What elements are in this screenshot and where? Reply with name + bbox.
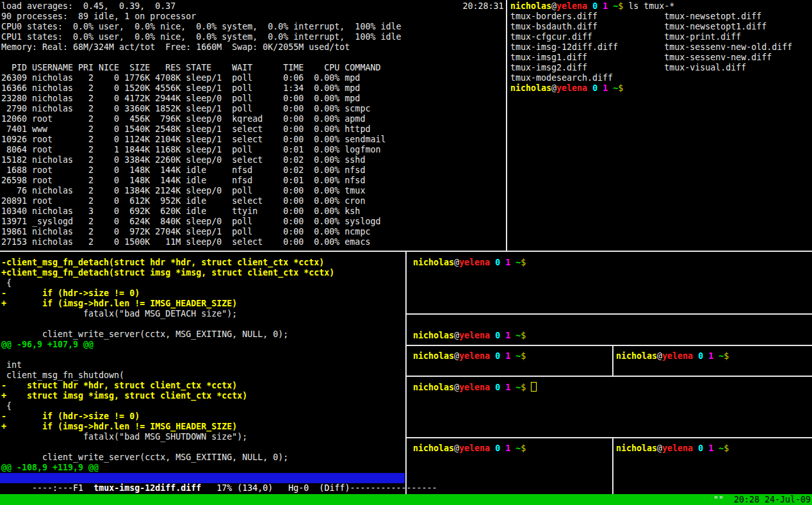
pane-top-process-monitor[interactable]: load averages: 0.45, 0.39, 0.37 20:28:31…	[1, 1, 505, 249]
emacs-diff-line: fatalx("bad MSG_DETACH size");	[1, 309, 405, 319]
emacs-diff-line: - if (hdr->size != 0)	[1, 411, 405, 422]
shell-prompt-line: nicholas@yelena 0 1 ~$ ls tmux-*	[510, 1, 811, 12]
emacs-diff-line: @@ -108,9 +119,9 @@	[1, 463, 405, 473]
emacs-diff-line: int	[1, 360, 405, 370]
shell-prompt-line: nicholas@yelena 0 1 ~$	[407, 382, 812, 393]
emacs-diff-line	[1, 350, 405, 360]
shell-prompt: nicholas@yelena 0 1 ~$	[413, 351, 526, 361]
status-date: 24-Jul-09	[765, 495, 811, 504]
status-pane-title: ""	[713, 495, 724, 504]
shell-prompt: nicholas@yelena 0 1 ~$	[616, 443, 729, 453]
shell-prompt-line: nicholas@yelena 0 1 ~$	[510, 83, 811, 94]
pane-shell-6[interactable]: nicholas@yelena 0 1 ~$	[613, 438, 812, 499]
emacs-buffer: -client_msg_fn_detach(struct hdr *hdr, s…	[0, 258, 405, 473]
shell-prompt: nicholas@yelena 0 1 ~$	[413, 258, 526, 267]
shell-prompt-line: nicholas@yelena 0 1 ~$	[407, 331, 812, 341]
emacs-diff-line: client_write_server(cctx, MSG_EXITING, N…	[1, 329, 405, 340]
emacs-diff-line: @@ -96,9 +107,9 @@	[1, 340, 405, 350]
shell-prompt: nicholas@yelena 0 1 ~$	[510, 1, 623, 11]
emacs-diff-line: + struct imsg *imsg, struct client_ctx *…	[1, 391, 405, 401]
status-clock: 20:28	[734, 495, 759, 504]
shell-prompt-line: nicholas@yelena 0 1 ~$	[613, 443, 812, 454]
tmux-terminal: load averages: 0.45, 0.39, 0.37 20:28:31…	[0, 0, 812, 505]
pane-shell-1[interactable]: nicholas@yelena 0 1 ~$	[407, 252, 812, 319]
shell-prompt-line: nicholas@yelena 0 1 ~$	[407, 351, 612, 361]
emacs-modeline: ----:---F1 tmux-imsg-12diff.diff 17% (13…	[0, 473, 405, 483]
emacs-diff-line: client_msg_fn_shutdown(	[1, 370, 405, 381]
tmux-status-bar: [0] 0:irssi# 1:todo 2:ncmpc- 3:mutt 4:ss…	[0, 494, 812, 505]
shell-prompt: nicholas@yelena 0 1 ~$	[413, 443, 526, 453]
ls-file-list: tmux-borders.diff tmux-newsetopt.diff tm…	[510, 12, 811, 83]
top-output: load averages: 0.45, 0.39, 0.37 20:28:31…	[1, 1, 505, 247]
status-right: ""20:2824-Jul-09	[713, 494, 811, 505]
emacs-diff-line: + if (imsg->hdr.len != IMSG_HEADER_SIZE)	[1, 299, 405, 309]
shell-prompt: nicholas@yelena 0 1 ~$	[413, 383, 526, 392]
shell-prompt: nicholas@yelena 0 1 ~$	[413, 331, 526, 340]
emacs-diff-line	[1, 442, 405, 452]
emacs-diff-line: -client_msg_fn_detach(struct hdr *hdr, s…	[1, 258, 405, 268]
emacs-diff-line	[1, 319, 405, 329]
shell-prompt-line: nicholas@yelena 0 1 ~$	[407, 258, 812, 268]
emacs-modeline-filename: tmux-imsg-12diff.diff	[93, 483, 201, 493]
terminal-cursor	[531, 382, 537, 392]
emacs-diff-line: - if (hdr->size != 0)	[1, 288, 405, 299]
emacs-modeline-prefix: ----:---F1	[32, 483, 93, 493]
emacs-diff-line: client_write_server(cctx, MSG_EXITING, N…	[1, 452, 405, 463]
shell-prompt: nicholas@yelena 0 1 ~$	[616, 351, 729, 361]
emacs-diff-line: {	[1, 278, 405, 288]
pane-shell-5[interactable]: nicholas@yelena 0 1 ~$	[407, 438, 612, 499]
emacs-modeline-info: 17% (134,0) Hg-0 (Diff)-----------------	[201, 483, 437, 493]
shell-prompt-line: nicholas@yelena 0 1 ~$	[407, 443, 612, 454]
shell-prompt-line: nicholas@yelena 0 1 ~$	[613, 351, 812, 361]
shell-command-text: ls tmux-*	[628, 1, 674, 11]
pane-shell-active[interactable]: nicholas@yelena 0 1 ~$	[407, 377, 812, 442]
pane-border-vertical-bottom	[405, 252, 407, 494]
pane-border-vertical-top	[506, 0, 507, 251]
emacs-diff-line: +client_msg_fn_detach(struct imsg *imsg,…	[1, 268, 405, 278]
emacs-diff-line: - struct hdr *hdr, struct client_ctx *cc…	[1, 381, 405, 391]
emacs-diff-line: + if (imsg->hdr.len != IMSG_HEADER_SIZE)	[1, 422, 405, 432]
emacs-diff-line: {	[1, 401, 405, 411]
emacs-diff-line: fatalx("bad MSG_SHUTDOWN size");	[1, 432, 405, 442]
shell-prompt: nicholas@yelena 0 1 ~$	[510, 83, 623, 93]
pane-shell-ls[interactable]: nicholas@yelena 0 1 ~$ ls tmux-* tmux-bo…	[510, 1, 811, 249]
pane-emacs-diff[interactable]: -client_msg_fn_detach(struct hdr *hdr, s…	[0, 258, 405, 494]
